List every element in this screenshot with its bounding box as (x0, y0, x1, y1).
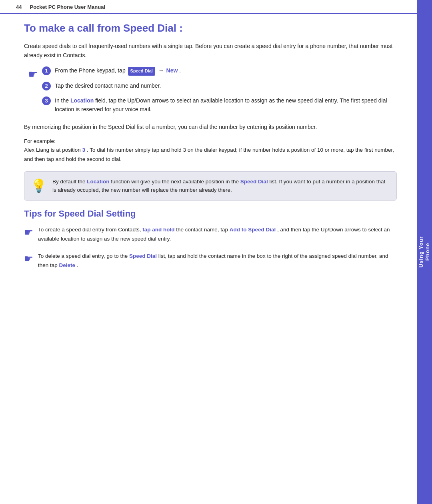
main-content: 44 Pocket PC Phone User Manual To make a… (0, 0, 417, 504)
for-example-label: For example: (24, 138, 397, 144)
position-number: 3 (82, 147, 86, 153)
new-link: New (166, 67, 178, 74)
tip-2-text: To delete a speed dial entry, go to the … (38, 252, 397, 270)
step-number-3: 3 (42, 96, 51, 105)
step-3: 3 In the Location field, tap the Up/Down… (42, 96, 397, 114)
tip2-period: . (77, 262, 78, 268)
location-link-infobox: Location (87, 179, 109, 185)
tip2-to-delete: To delete a speed dial entry, go to the (38, 253, 129, 259)
side-tab-text: Using YourPhone (418, 236, 430, 267)
speed-dial-button-label: Speed Dial (128, 67, 155, 76)
delete-link: Delete (59, 262, 76, 268)
tip-1: ☛ To create a speed dial entry from Cont… (24, 225, 397, 244)
step-number-2: 2 (42, 82, 51, 90)
tip-1-text: To create a speed dial entry from Contac… (38, 225, 397, 244)
step-3-text: In the Location field, tap the Up/Down a… (55, 96, 397, 114)
manual-title: Pocket PC Phone User Manual (30, 4, 105, 10)
example-text: Alex Liang is at position 3 . To dial hi… (24, 146, 397, 164)
step3-in-the: In the (55, 97, 70, 104)
location-link-step3: Location (70, 97, 94, 104)
tip-2: ☛ To delete a speed dial entry, go to th… (24, 252, 397, 270)
step-1-text: From the Phone keypad, tap Speed Dial → … (55, 66, 397, 76)
section1-heading: To make a call from Speed Dial : (24, 22, 397, 34)
step-number-1: 1 (42, 66, 51, 75)
tip1-hand-icon: ☛ (24, 226, 33, 239)
step1-period: . (179, 67, 181, 74)
example-detail: Alex Liang is at position (24, 147, 81, 153)
speed-dial-link-infobox: Speed Dial (240, 179, 268, 185)
step1-before: From the Phone keypad, tap (55, 67, 127, 74)
section1-intro: Create speed dials to call frequently-us… (24, 42, 397, 60)
tip2-hand-icon: ☛ (24, 253, 33, 265)
steps-list: 1 From the Phone keypad, tap Speed Dial … (42, 66, 397, 119)
step-2: 2 Tap the desired contact name and numbe… (42, 81, 397, 90)
step3-rest: field, tap the Up/Down arrows to select … (55, 97, 387, 112)
hand-icon: ☛ (28, 68, 38, 119)
tip1-to-create: To create a speed dial entry from Contac… (38, 227, 142, 233)
speed-dial-link-tip2: Speed Dial (129, 253, 157, 259)
tip1-contact-name: the contact name, tap (176, 227, 230, 233)
add-to-speed-link: Add to Speed Dial (230, 227, 276, 233)
infobox-by-default: By default the (52, 179, 87, 185)
side-tab: Using YourPhone (417, 0, 432, 504)
content-area: To make a call from Speed Dial : Create … (0, 14, 417, 286)
info-box: 💡 By default the Location function will … (24, 171, 397, 201)
page-header: 44 Pocket PC Phone User Manual (0, 0, 417, 14)
info-box-text: By default the Location function will gi… (52, 177, 390, 195)
tap-hold-link: tap and hold (142, 227, 174, 233)
arrow: → (158, 67, 166, 74)
page-number: 44 (16, 4, 22, 10)
position-main-text: By memorizing the position in the Speed … (24, 122, 397, 131)
example-section: For example: Alex Liang is at position 3… (24, 138, 397, 164)
steps-container: ☛ 1 From the Phone keypad, tap Speed Dia… (28, 66, 397, 119)
section2-heading: Tips for Speed Dial Setting (24, 209, 397, 219)
page-wrapper: Using YourPhone 44 Pocket PC Phone User … (0, 0, 432, 504)
infobox-function: function will give you the next availabl… (111, 179, 240, 185)
step-1: 1 From the Phone keypad, tap Speed Dial … (42, 66, 397, 76)
step-2-text: Tap the desired contact name and number. (55, 81, 397, 90)
lightbulb-icon: 💡 (31, 178, 47, 193)
